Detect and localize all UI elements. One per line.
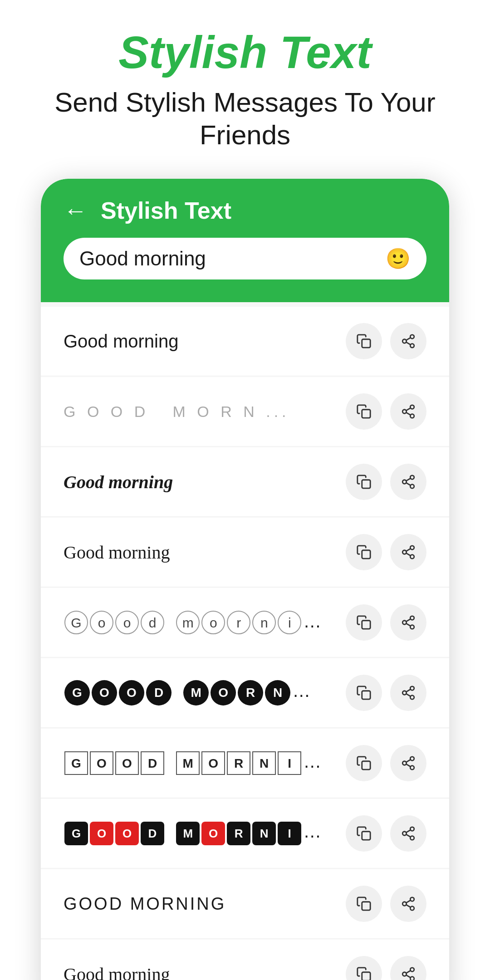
copy-button-6[interactable] xyxy=(346,675,382,711)
svg-line-40 xyxy=(406,764,411,767)
svg-line-46 xyxy=(406,834,411,837)
result-text-squares: GOOD MORNING xyxy=(64,750,337,776)
svg-line-47 xyxy=(406,830,411,833)
svg-line-5 xyxy=(406,338,411,340)
header-top: ← Stylish Text xyxy=(64,197,426,224)
svg-line-58 xyxy=(406,975,411,978)
header-title: Stylish Text xyxy=(101,197,231,224)
svg-line-35 xyxy=(406,689,411,692)
emoji-icon[interactable]: 🙂 xyxy=(386,247,411,270)
svg-line-29 xyxy=(406,619,411,622)
svg-line-4 xyxy=(406,342,411,345)
result-row-black-circles: GOOD MORNING xyxy=(41,658,449,728)
result-row-squares: GOOD MORNING xyxy=(41,729,449,798)
share-button-5[interactable] xyxy=(390,604,426,641)
result-text-circled: Good morning xyxy=(64,610,337,635)
svg-rect-6 xyxy=(362,410,370,418)
svg-rect-42 xyxy=(362,832,370,840)
svg-line-34 xyxy=(406,694,411,696)
copy-button-2[interactable] xyxy=(346,393,382,430)
copy-button-1[interactable] xyxy=(346,323,382,359)
result-actions-8 xyxy=(346,815,426,852)
phone-frame: ← Stylish Text 🙂 Good morning G O O D M … xyxy=(41,179,449,980)
page-subtitle: Send Stylish Messages To Your Friends xyxy=(18,86,472,152)
result-text-spaced: G O O D M O R N ... xyxy=(64,403,337,421)
copy-button-5[interactable] xyxy=(346,604,382,641)
share-button-7[interactable] xyxy=(390,745,426,781)
result-text-mixed-squares: GOOD MORNING xyxy=(64,821,337,846)
svg-line-11 xyxy=(406,408,411,411)
result-row-spaced: G O O D M O R N ... xyxy=(41,377,449,446)
svg-line-41 xyxy=(406,760,411,762)
svg-rect-0 xyxy=(362,339,370,348)
svg-rect-54 xyxy=(362,972,370,980)
result-actions-6 xyxy=(346,675,426,711)
result-actions-9 xyxy=(346,886,426,922)
result-row-plain: Good morning xyxy=(41,307,449,376)
svg-line-28 xyxy=(406,623,411,626)
result-text-plain: Good morning xyxy=(64,331,337,352)
share-button-9[interactable] xyxy=(390,886,426,922)
share-button-10[interactable] xyxy=(390,956,426,980)
page-title: Stylish Text xyxy=(118,27,372,77)
copy-button-8[interactable] xyxy=(346,815,382,852)
search-bar: 🙂 xyxy=(64,238,426,279)
svg-line-10 xyxy=(406,412,411,415)
result-row-mixed-squares: GOOD MORNING xyxy=(41,799,449,868)
svg-line-53 xyxy=(406,900,411,903)
result-actions-4 xyxy=(346,534,426,570)
app-header: ← Stylish Text 🙂 xyxy=(41,179,449,302)
share-button-1[interactable] xyxy=(390,323,426,359)
share-button-4[interactable] xyxy=(390,534,426,570)
copy-button-4[interactable] xyxy=(346,534,382,570)
result-row-bold-italic: Good morning xyxy=(41,447,449,517)
svg-line-59 xyxy=(406,970,411,973)
copy-button-9[interactable] xyxy=(346,886,382,922)
share-button-6[interactable] xyxy=(390,675,426,711)
copy-button-10[interactable] xyxy=(346,956,382,980)
search-input[interactable] xyxy=(79,247,377,270)
result-text-bold-italic: Good morning xyxy=(64,471,337,493)
results-list: Good morning G O O D M O R N ... xyxy=(41,302,449,980)
svg-rect-18 xyxy=(362,550,370,559)
svg-line-17 xyxy=(406,478,411,481)
result-row-serif: Good morning xyxy=(41,518,449,587)
svg-rect-30 xyxy=(362,691,370,699)
result-row-gothic: Good morning xyxy=(41,940,449,980)
svg-line-22 xyxy=(406,553,411,556)
back-button[interactable]: ← xyxy=(64,199,87,222)
share-button-8[interactable] xyxy=(390,815,426,852)
svg-rect-36 xyxy=(362,761,370,769)
result-text-small-caps: GOOD MORNING xyxy=(64,894,337,914)
result-text-gothic: Good morning xyxy=(64,964,337,980)
result-text-serif: Good morning xyxy=(64,542,337,563)
svg-line-23 xyxy=(406,549,411,551)
result-actions-10 xyxy=(346,956,426,980)
share-button-2[interactable] xyxy=(390,393,426,430)
result-actions-2 xyxy=(346,393,426,430)
svg-line-16 xyxy=(406,483,411,485)
result-text-black-circles: GOOD MORNING xyxy=(64,679,337,706)
result-actions-1 xyxy=(346,323,426,359)
svg-rect-24 xyxy=(362,621,370,629)
result-row-small-caps: GOOD MORNING xyxy=(41,869,449,939)
result-actions-3 xyxy=(346,464,426,500)
copy-button-7[interactable] xyxy=(346,745,382,781)
result-actions-5 xyxy=(346,604,426,641)
share-button-3[interactable] xyxy=(390,464,426,500)
svg-rect-48 xyxy=(362,902,370,910)
copy-button-3[interactable] xyxy=(346,464,382,500)
result-actions-7 xyxy=(346,745,426,781)
svg-line-52 xyxy=(406,905,411,907)
result-row-circled: Good morning xyxy=(41,588,449,657)
svg-rect-12 xyxy=(362,480,370,488)
